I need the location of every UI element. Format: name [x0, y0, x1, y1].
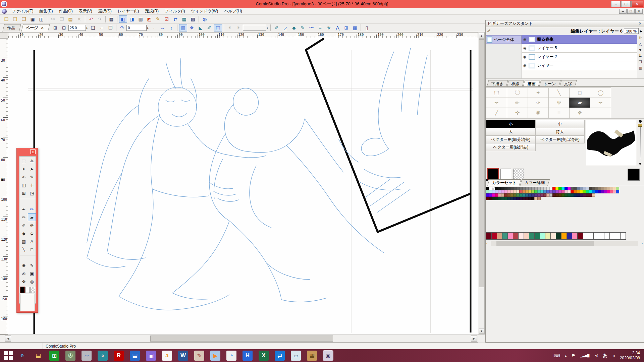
empty-cell[interactable] — [590, 108, 611, 118]
mdi-close-button[interactable]: ✕ — [635, 9, 643, 14]
curve-ruler-icon[interactable]: ✎ — [299, 24, 307, 32]
layer-top-icon[interactable]: ⇈ — [639, 36, 642, 40]
canvas[interactable] — [8, 38, 478, 335]
draw-color-transparent[interactable] — [513, 169, 524, 179]
reset-view-icon[interactable]: · — [150, 24, 158, 32]
fp-pencil-icon[interactable]: ✏ — [28, 205, 36, 213]
network-icon[interactable]: ▁▃▅▇ — [580, 354, 590, 357]
tool-tab-4[interactable]: 文字 — [559, 80, 577, 86]
size-preset-2[interactable]: 大 — [486, 128, 536, 136]
bottom-palette-swatch[interactable] — [491, 232, 497, 240]
layer-visibility-icon[interactable]: ◉ — [523, 55, 527, 59]
page-manager-icon[interactable]: ◨ — [128, 15, 136, 23]
bottom-palette-swatch[interactable] — [620, 232, 626, 240]
marker-tool-icon[interactable]: ✑ — [528, 98, 549, 108]
taskbar-paint-icon[interactable]: ✎ — [194, 351, 204, 361]
hidden-icons-arrow[interactable]: ▴ — [565, 354, 567, 357]
ime-mode-icon[interactable]: ◑ — [612, 353, 615, 358]
zoom-dropdown-arrow[interactable]: ▸ — [87, 26, 88, 29]
brush-size-slider[interactable] — [638, 120, 643, 165]
horizontal-scrollbar[interactable]: ◀ ▶ — [0, 335, 478, 343]
magic-wand-tool-icon[interactable]: ✦ — [528, 87, 549, 98]
menu-item-4[interactable]: 選択(S) — [95, 8, 115, 15]
taskbar-ie-icon[interactable]: e — [17, 351, 27, 361]
marquee-tool-icon[interactable]: ⬚ — [486, 87, 507, 98]
rotate-input[interactable] — [126, 25, 147, 31]
fit-page-icon[interactable]: ❏ — [89, 24, 97, 32]
move-tool-icon[interactable]: ✛ — [507, 108, 528, 118]
print-icon[interactable]: ▦ — [107, 15, 115, 23]
fp-bucket-icon[interactable]: ⬙ — [28, 229, 36, 237]
bottom-palette-swatch[interactable] — [524, 232, 529, 240]
radial-lines-icon[interactable]: ※ — [325, 24, 333, 32]
palette-scroll-thumb[interactable] — [496, 241, 594, 246]
triangle-ruler-icon[interactable]: ◿ — [281, 24, 289, 32]
mdi-restore-button[interactable]: ❐ — [627, 9, 635, 14]
fp-table-icon[interactable]: ⊞ — [20, 189, 28, 197]
copy-icon[interactable]: ❐ — [58, 15, 66, 23]
fp-color-black[interactable] — [20, 287, 25, 293]
palette-scroll-right-arrow[interactable]: › — [642, 241, 643, 245]
history-dropdown[interactable] — [243, 25, 266, 31]
bottom-palette-swatch[interactable] — [534, 232, 540, 240]
shape-ruler-icon[interactable]: ◆ — [290, 24, 298, 32]
scroll-right-arrow[interactable]: ▶ — [471, 336, 477, 342]
taskbar-moviemaker-icon[interactable]: ▦ — [307, 351, 317, 361]
bottom-palette-swatch[interactable] — [507, 232, 513, 240]
fp-g-pen-icon[interactable]: ✒ — [20, 205, 28, 213]
tone-lines-tool-icon[interactable]: ≡ — [548, 108, 570, 118]
floating-palette-close-button[interactable]: x — [30, 149, 36, 154]
tab-close-icon[interactable]: ✕ — [41, 26, 44, 30]
close-button[interactable]: ✕ — [631, 1, 643, 7]
bottom-palette-swatch[interactable] — [513, 232, 519, 240]
open-icon[interactable]: ❒ — [20, 15, 28, 23]
tool-tab-2[interactable]: 描画 — [523, 80, 540, 86]
fp-brush-icon[interactable]: ✐ — [20, 221, 28, 229]
fp-frame-icon[interactable]: ▣ — [28, 269, 36, 278]
layer-row-2[interactable]: ◉レイヤー 2 — [522, 53, 637, 61]
layer-visibility-icon[interactable]: ◉ — [523, 63, 527, 68]
fp-3d-box-icon[interactable]: ◳ — [28, 189, 36, 197]
draw-color-black[interactable] — [488, 169, 498, 179]
fp-vector-pen-icon[interactable]: ✍ — [20, 269, 28, 278]
fit-window-icon[interactable]: ❖ — [188, 24, 196, 32]
fp-move-icon[interactable]: ✛ — [28, 181, 36, 189]
bottom-palette-swatch[interactable] — [577, 232, 583, 240]
color-settings-icon[interactable]: ▦ — [180, 15, 188, 23]
size-preset-3[interactable]: 特大 — [535, 128, 585, 136]
fp-object-select-icon[interactable]: ➤ — [28, 165, 36, 173]
size-preset-1[interactable]: 中 — [535, 120, 585, 128]
taskbar-mediaplayer-icon[interactable]: ▶ — [210, 351, 220, 361]
fp-marker-icon[interactable]: ✑ — [20, 213, 28, 221]
print-size-icon[interactable]: ❐ — [106, 24, 114, 32]
bottom-palette-swatch[interactable] — [529, 232, 535, 240]
delete-layer-icon[interactable]: ▥ — [639, 66, 642, 70]
cut-icon[interactable]: ✂ — [49, 15, 57, 23]
ime-language-icon[interactable]: あ — [603, 353, 607, 359]
tool-tab-3[interactable]: トーン — [539, 80, 561, 86]
taskbar-store-icon[interactable]: ⊞ — [49, 351, 59, 361]
taskbar-word-icon[interactable]: W — [178, 351, 188, 361]
taskbar-chrome-icon[interactable]: ◔ — [226, 351, 236, 361]
fp-ink-icon[interactable]: ◆ — [20, 229, 28, 237]
palette-swatch[interactable] — [616, 190, 619, 193]
taskbar-excel-icon[interactable]: X — [259, 351, 269, 361]
ink-tool-icon[interactable]: ✒ — [590, 98, 611, 108]
layer-visibility-icon[interactable]: ◉ — [523, 37, 527, 42]
zoom-input[interactable] — [68, 25, 86, 31]
size-preset-0[interactable]: 小 — [486, 120, 536, 128]
rectangle-tool-icon[interactable]: □ — [569, 87, 590, 98]
menu-item-0[interactable]: ファイル(F) — [9, 8, 36, 15]
scroll-up-arrow[interactable]: ▲ — [479, 33, 484, 39]
layer-list-icon[interactable]: ▥ — [137, 15, 145, 23]
fp-text-icon[interactable]: A — [28, 237, 36, 245]
touch-keyboard-icon[interactable]: ⌨ — [553, 353, 560, 358]
story-manager-icon[interactable]: ◧ — [119, 15, 127, 23]
menu-item-1[interactable]: 編集(E) — [36, 8, 56, 15]
layer-visibility-icon[interactable]: ◉ — [523, 46, 527, 50]
taskbar-explorer-icon[interactable]: ▤ — [33, 351, 43, 361]
grid-ruler-icon[interactable]: ⊞ — [342, 24, 350, 32]
tool-tab-0[interactable]: 下描き — [487, 80, 508, 86]
perspective-ruler-icon[interactable]: ⋀ — [333, 24, 341, 32]
flip-vertical-icon[interactable]: ↕ — [167, 24, 175, 32]
